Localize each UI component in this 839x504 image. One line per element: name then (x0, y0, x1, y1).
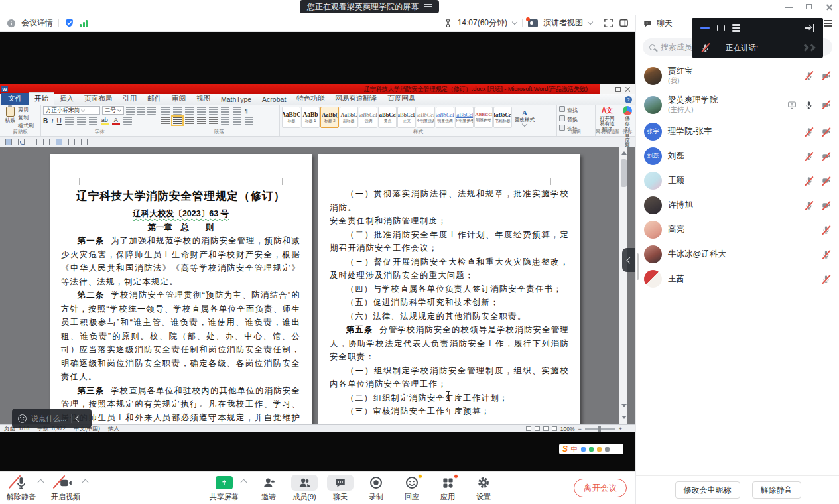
tab-home[interactable]: 开始 (29, 92, 54, 105)
help-icon[interactable]: ? (625, 96, 632, 103)
draw-icon[interactable] (68, 139, 75, 145)
unmute-mic-button[interactable]: 解除静音 (7, 475, 36, 502)
member-row[interactable]: 梁英爽理学院 (主持人) (636, 90, 839, 119)
camera-off-icon[interactable] (821, 151, 831, 161)
view-mode-selector[interactable]: 演讲者视图 (543, 17, 583, 29)
find-button[interactable]: 查找 (559, 106, 593, 114)
zoom-in-icon[interactable]: + (619, 426, 622, 432)
style-item[interactable]: AaBbCcD不明显强调 (417, 107, 435, 128)
decrease-indent-icon[interactable] (197, 107, 206, 115)
subscript-icon[interactable] (77, 117, 86, 125)
rename-button[interactable]: 修改会中昵称 (675, 481, 740, 499)
tab-page-layout[interactable]: 页面布局 (79, 93, 117, 105)
sort-icon[interactable] (233, 107, 241, 115)
paste-button[interactable]: 粘贴 (5, 107, 15, 129)
change-styles-button[interactable]: A 更改样式 (512, 106, 537, 129)
banner-menu-icon[interactable] (424, 4, 432, 9)
page-down-icon[interactable] (621, 416, 627, 419)
mic-muted-icon[interactable] (821, 225, 831, 235)
screen-share-banner[interactable]: 您正在观看梁英爽理学院的屏幕 (300, 0, 439, 13)
panel-menu-icon[interactable] (824, 20, 832, 27)
word-close-button[interactable] (625, 86, 631, 92)
emoji-icon[interactable] (18, 414, 27, 423)
style-item[interactable]: AaBbCcD强调 (359, 107, 377, 128)
style-item[interactable]: AaBbC副标题 (340, 107, 358, 128)
mic-muted-icon[interactable] (804, 200, 814, 210)
strikethrough-icon[interactable] (65, 117, 74, 125)
page-up-icon[interactable] (621, 404, 627, 407)
record-button[interactable]: 录制 (363, 475, 389, 502)
increase-indent-icon[interactable] (209, 107, 218, 115)
tab-review[interactable]: 审阅 (166, 93, 191, 105)
apps-button[interactable]: 应用 (434, 475, 461, 502)
share-options-icon[interactable] (241, 479, 247, 486)
distribute-icon[interactable] (209, 117, 218, 124)
tab-acrobat[interactable]: Acrobat (257, 94, 291, 105)
window-minimize-button[interactable] (785, 2, 794, 11)
sogou-logo-icon[interactable]: S (562, 445, 568, 453)
mic-muted-icon[interactable] (804, 71, 814, 81)
member-list-scrollbar[interactable] (637, 253, 639, 280)
timer-dropdown-icon[interactable] (512, 19, 517, 25)
member-row[interactable]: 张宇 理学院-张宇 (636, 119, 839, 144)
numbering-icon[interactable] (173, 107, 182, 115)
camera-off-icon[interactable] (821, 200, 831, 210)
screen-sharing-icon[interactable] (787, 100, 797, 110)
document-page-right[interactable]: （一）贯彻落实消防法律、法规和规章，批准实施学校消防。 安全责任制和消防管理制度… (318, 154, 580, 424)
style-item[interactable]: AaBbCcDd正文 (397, 107, 416, 128)
leave-meeting-button[interactable]: 离开会议 (574, 479, 627, 497)
tab-youdao[interactable]: 网易有道翻译 (330, 93, 382, 105)
member-row[interactable]: 贾红宝 (我) (636, 61, 839, 90)
panel-collapse-handle[interactable] (622, 248, 635, 272)
camera-off-icon[interactable] (821, 176, 831, 186)
scroll-up-icon[interactable] (621, 151, 627, 155)
replace-button[interactable]: 替换 (559, 115, 593, 123)
collapse-chat-icon[interactable] (76, 415, 82, 422)
word-scrollbar[interactable] (619, 147, 627, 424)
camera-off-icon[interactable] (821, 71, 831, 81)
invite-button[interactable]: 邀请 (255, 475, 282, 502)
justify-icon[interactable] (197, 117, 206, 124)
ime-toolbar[interactable]: S 中 (559, 444, 623, 454)
tab-view[interactable]: 视图 (191, 93, 216, 105)
reactions-button[interactable]: 回应 (399, 475, 425, 502)
scrollbar-thumb[interactable] (621, 159, 627, 187)
document-page-left[interactable]: 辽宁科技大学消防安全管理规定（修订） 辽科大校发〔2023〕63 号 第一章 总… (50, 154, 312, 424)
ime-settings-icon[interactable] (605, 447, 610, 452)
window-restore-button[interactable] (805, 2, 814, 11)
ime-tool-icon[interactable] (581, 447, 586, 452)
shading-icon[interactable] (233, 117, 241, 125)
asian-layout-icon[interactable] (221, 107, 229, 115)
view-print-layout-icon[interactable] (526, 426, 531, 431)
dock-window-icon[interactable] (717, 25, 725, 31)
bold-button[interactable]: B (43, 117, 48, 125)
view-outline-icon[interactable] (552, 426, 557, 431)
borders-icon[interactable] (245, 117, 253, 125)
member-row[interactable]: 高亮 (636, 218, 839, 242)
superscript-icon[interactable] (89, 117, 97, 125)
member-row[interactable]: 王颖 (636, 168, 839, 193)
ime-language-icon[interactable]: 中 (571, 446, 578, 452)
undo-icon[interactable] (18, 139, 25, 145)
style-item[interactable]: AaBbC标题 (282, 107, 300, 128)
tab-references[interactable]: 引用 (117, 93, 142, 105)
font-name-select[interactable]: 方正小标宋简 (43, 106, 100, 115)
member-row[interactable]: 许博旭 (636, 193, 839, 218)
mic-muted-icon[interactable] (804, 127, 814, 137)
copy-button[interactable]: 复制 (18, 114, 34, 121)
quick-chat-placeholder[interactable]: 说点什么... (31, 414, 66, 424)
camera-off-icon[interactable] (821, 127, 831, 137)
tab-special-features[interactable]: 特色功能 (291, 93, 330, 105)
members-button[interactable]: 成员(9) (291, 475, 318, 502)
pilcrow-icon[interactable]: ¶ (245, 107, 248, 114)
font-size-select[interactable]: 二号 (102, 106, 124, 115)
fullscreen-icon[interactable] (604, 18, 613, 28)
italic-button[interactable]: I (51, 117, 53, 125)
zoom-slider[interactable] (585, 428, 615, 430)
tab-mailings[interactable]: 邮件 (142, 93, 166, 105)
start-video-button[interactable]: 开启视频 (51, 475, 80, 502)
zoom-out-icon[interactable]: − (578, 426, 581, 432)
style-item[interactable]: AaBbCcD不明显参考 (455, 107, 474, 128)
member-row[interactable]: 王茜 (636, 267, 839, 291)
grow-font-icon[interactable] (126, 107, 135, 115)
